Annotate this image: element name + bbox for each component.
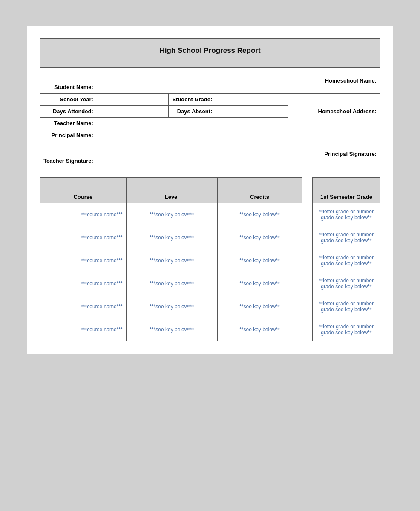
days-attended-value <box>97 106 169 118</box>
school-year-label: School Year: <box>40 94 97 106</box>
principal-name-label: Principal Name: <box>40 129 97 141</box>
days-attended-label: Days Attended: <box>40 106 97 118</box>
days-absent-label: Days Absent: <box>169 106 216 118</box>
credits-cell-2: **see key below** <box>218 249 302 272</box>
course-table-row: ***course name******see key below*****se… <box>40 249 302 272</box>
report-title-row: High School Progress Report <box>40 38 380 67</box>
credits-cell-5: **see key below** <box>218 318 302 341</box>
homeschool-name-label: Homeschool Name: <box>288 68 380 94</box>
student-grade-value <box>216 94 288 106</box>
grade-col-header: 1st Semester Grade <box>313 178 380 203</box>
course-cell-1: ***course name*** <box>40 226 127 249</box>
principal-name-value <box>97 129 288 141</box>
course-col-header: Course <box>40 178 127 203</box>
student-name-value <box>97 68 288 93</box>
page: High School Progress Report Student Name… <box>27 26 393 354</box>
credits-cell-1: **see key below** <box>218 226 302 249</box>
course-table-row: ***course name******see key below*****se… <box>40 226 302 249</box>
grade-table-row: **letter grade or number grade see key b… <box>313 295 380 318</box>
teacher-signature-label: Teacher Signature: <box>40 141 97 167</box>
days-absent-value <box>216 106 288 118</box>
course-table-row: ***course name******see key below*****se… <box>40 318 302 341</box>
credits-cell-3: **see key below** <box>218 272 302 295</box>
grade-cell-5: **letter grade or number grade see key b… <box>313 318 380 341</box>
course-table-row: ***course name******see key below*****se… <box>40 203 302 226</box>
grade-table-row: **letter grade or number grade see key b… <box>313 272 380 295</box>
credits-col-header: Credits <box>218 178 302 203</box>
grade-table: 1st Semester Grade **letter grade or num… <box>312 177 380 341</box>
teacher-signature-value <box>97 141 288 167</box>
report-title: High School Progress Report <box>159 46 260 55</box>
grade-table-header-row: 1st Semester Grade <box>313 178 380 203</box>
grade-table-row: **letter grade or number grade see key b… <box>313 203 380 226</box>
course-table-row: ***course name******see key below*****se… <box>40 272 302 295</box>
bottom-section: Course Level Credits ***course name*****… <box>40 177 380 341</box>
level-col-header: Level <box>126 178 217 203</box>
level-cell-3: ***see key below*** <box>126 272 217 295</box>
student-name-label: Student Name: <box>40 68 97 93</box>
course-cell-3: ***course name*** <box>40 272 127 295</box>
grade-cell-0: **letter grade or number grade see key b… <box>313 203 380 226</box>
grade-cell-3: **letter grade or number grade see key b… <box>313 272 380 295</box>
grade-cell-2: **letter grade or number grade see key b… <box>313 249 380 272</box>
grade-table-row: **letter grade or number grade see key b… <box>313 318 380 341</box>
course-cell-5: ***course name*** <box>40 318 127 341</box>
level-cell-0: ***see key below*** <box>126 203 217 226</box>
teacher-name-value <box>97 118 288 129</box>
grade-cell-4: **letter grade or number grade see key b… <box>313 295 380 318</box>
course-table-header-row: Course Level Credits <box>40 178 302 203</box>
course-table: Course Level Credits ***course name*****… <box>40 177 302 341</box>
school-year-value <box>97 94 169 106</box>
student-grade-label: Student Grade: <box>169 94 216 106</box>
info-table: Student Name: Homeschool Name: School Ye… <box>40 67 380 167</box>
credits-cell-4: **see key below** <box>218 295 302 318</box>
homeschool-address-label: Homeschool Address: <box>288 94 380 129</box>
principal-signature-label: Principal Signature: <box>288 141 380 167</box>
course-cell-0: ***course name*** <box>40 203 127 226</box>
grade-table-row: **letter grade or number grade see key b… <box>313 249 380 272</box>
teacher-name-label: Teacher Name: <box>40 118 97 129</box>
course-table-row: ***course name******see key below*****se… <box>40 295 302 318</box>
credits-cell-0: **see key below** <box>218 203 302 226</box>
level-cell-5: ***see key below*** <box>126 318 217 341</box>
course-cell-4: ***course name*** <box>40 295 127 318</box>
grade-cell-1: **letter grade or number grade see key b… <box>313 226 380 249</box>
grade-table-row: **letter grade or number grade see key b… <box>313 226 380 249</box>
level-cell-4: ***see key below*** <box>126 295 217 318</box>
course-cell-2: ***course name*** <box>40 249 127 272</box>
level-cell-2: ***see key below*** <box>126 249 217 272</box>
level-cell-1: ***see key below*** <box>126 226 217 249</box>
